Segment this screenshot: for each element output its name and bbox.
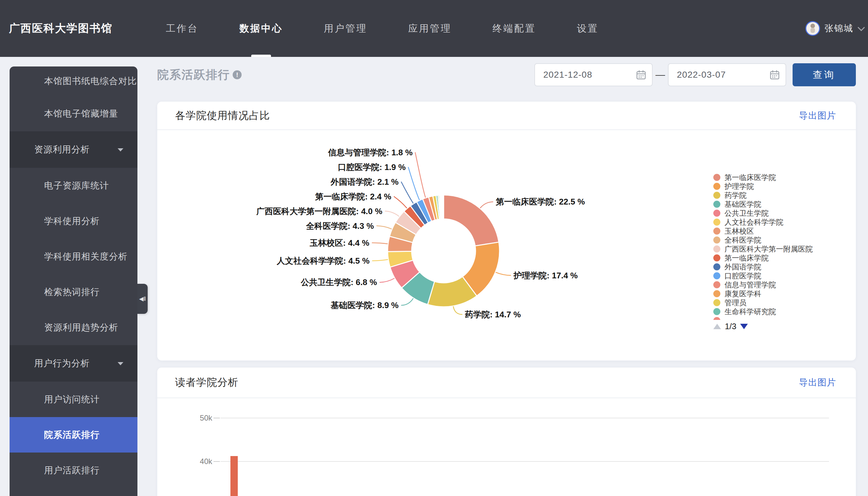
sidebar-item-用户活跃排行[interactable]: 用户活跃排行	[10, 452, 137, 488]
pie-label-药学院: 药学院: 14.7 %	[465, 310, 521, 319]
legend-item-生命科学研究院[interactable]: 生命科学研究院	[713, 307, 851, 316]
gridline-50k	[220, 418, 829, 418]
page-title: 院系活跃排行	[157, 67, 230, 83]
chart-legend: 第一临床医学院护理学院药学院基础医学院公共卫生学院人文社会科学学院玉林校区全科医…	[713, 173, 851, 320]
legend-color-dot	[713, 219, 720, 226]
legend-item-药学院[interactable]: 药学院	[713, 191, 851, 200]
ytick-label-40k: 40k	[187, 457, 212, 466]
legend-page-up-icon[interactable]	[713, 324, 721, 329]
pie-label-信息与管理学院: 信息与管理学院: 1.8 %	[328, 148, 413, 157]
pie-label-外国语学院: 外国语学院: 2.1 %	[330, 177, 399, 187]
sidebar-item-学科使用相关度分析[interactable]: 学科使用相关度分析	[10, 239, 137, 274]
pie-label-基础医学院: 基础医学院: 8.9 %	[330, 300, 399, 310]
user-menu[interactable]: 张锦城	[805, 21, 863, 36]
legend-color-dot	[713, 290, 720, 297]
legend-item-全科医学院[interactable]: 全科医学院	[713, 235, 851, 245]
legend-label: 人文社会科学学院	[725, 217, 783, 227]
legend-color-dot	[713, 174, 720, 181]
sidebar-item-用户行为分析[interactable]: 用户行为分析	[10, 345, 137, 382]
pie-slice-other[interactable]	[443, 195, 444, 219]
calendar-icon	[636, 70, 646, 80]
pie-label-口腔医学院: 口腔医学院: 1.9 %	[338, 162, 406, 172]
date-to-value: 2022-03-07	[677, 70, 770, 80]
label-line-基础医学院	[401, 298, 413, 305]
nav-item-数据中心[interactable]: 数据中心	[239, 0, 283, 57]
bar-series-item[interactable]	[230, 456, 238, 496]
nav-item-终端配置[interactable]: 终端配置	[493, 0, 536, 57]
legend-item-护理学院[interactable]: 护理学院	[713, 182, 851, 191]
sidebar-item-院系活跃排行[interactable]: 院系活跃排行	[10, 417, 137, 452]
export-image-link[interactable]: 导出图片	[799, 368, 836, 398]
chevron-down-icon	[858, 24, 865, 31]
nav-item-用户管理[interactable]: 用户管理	[324, 0, 367, 57]
legend-label: 康复医学科	[725, 289, 761, 299]
avatar-figure-icon	[806, 22, 819, 35]
legend-item-信息与管理学院[interactable]: 信息与管理学院	[713, 280, 851, 289]
legend-page-down-icon[interactable]	[740, 324, 748, 329]
legend-color-dot	[713, 254, 720, 261]
legend-color-dot	[713, 245, 720, 252]
reader-college-analysis-card: 读者学院分析 导出图片 50k40k	[157, 368, 856, 496]
gridline-40k	[220, 461, 829, 462]
legend-item-partial[interactable]	[713, 316, 851, 320]
pie-slice-第一临床医学院[interactable]	[444, 195, 499, 246]
sidebar-item-学科使用分析[interactable]: 学科使用分析	[10, 203, 137, 239]
legend-label: 护理学院	[725, 182, 754, 191]
sidebar-item-用户访问统计[interactable]: 用户访问统计	[10, 382, 137, 417]
card-title: 各学院使用情况占比	[175, 102, 270, 129]
label-line-信息与管理学院	[415, 152, 425, 198]
legend-item-人文社会科学学院[interactable]: 人文社会科学学院	[713, 218, 851, 227]
legend-item-第一临床学院[interactable]: 第一临床学院	[713, 253, 851, 262]
sidebar-item-电子资源库统计[interactable]: 电子资源库统计	[10, 168, 137, 203]
sidebar-item-本馆图书纸电综合对比[interactable]: 本馆图书纸电综合对比	[10, 66, 137, 96]
query-button[interactable]: 查询	[793, 63, 856, 86]
label-line-护理学院	[496, 272, 511, 276]
user-name: 张锦城	[824, 22, 853, 34]
legend-color-dot	[713, 236, 720, 244]
label-line-玉林校区	[372, 243, 388, 244]
legend-label: 第一临床医学院	[725, 173, 776, 183]
sidebar-collapse-handle[interactable]: ◀‖	[137, 284, 148, 314]
legend-color-dot	[713, 228, 720, 235]
legend-item-广西医科大学第一附属医院[interactable]: 广西医科大学第一附属医院	[713, 245, 851, 253]
bar-chart: 50k40k	[157, 398, 856, 496]
nav-item-设置[interactable]: 设置	[577, 0, 599, 57]
legend-item-第一临床医学院[interactable]: 第一临床医学院	[713, 173, 851, 182]
label-line-口腔医学院	[408, 167, 419, 200]
date-to-input[interactable]: 2022-03-07	[668, 63, 786, 86]
legend-label: 药学院	[725, 190, 747, 200]
sidebar-item-本馆电子馆藏增量[interactable]: 本馆电子馆藏增量	[10, 96, 137, 131]
export-image-link[interactable]: 导出图片	[799, 102, 836, 129]
user-avatar[interactable]	[805, 21, 820, 36]
legend-color-dot	[713, 210, 720, 217]
date-from-input[interactable]: 2021-12-08	[534, 63, 653, 86]
legend-label: 玉林校区	[725, 226, 754, 236]
info-icon[interactable]: !	[233, 70, 242, 79]
legend-item-管理员[interactable]: 管理员	[713, 298, 851, 307]
legend-item-康复医学科[interactable]: 康复医学科	[713, 289, 851, 298]
axis-tick	[214, 461, 220, 462]
legend-color-dot	[713, 192, 720, 199]
nav-item-工作台[interactable]: 工作台	[166, 0, 199, 57]
legend-item-基础医学院[interactable]: 基础医学院	[713, 200, 851, 209]
date-range-controls: 2021-12-08 — 2022-03-07	[534, 63, 856, 86]
sidebar-item-资源利用分析[interactable]: 资源利用分析	[10, 131, 137, 168]
legend-color-dot	[713, 317, 720, 320]
legend-color-dot	[713, 201, 720, 208]
legend-item-外国语学院[interactable]: 外国语学院	[713, 262, 851, 271]
legend-color-dot	[713, 272, 720, 279]
legend-item-玉林校区[interactable]: 玉林校区	[713, 227, 851, 235]
sidebar-item-资源利用趋势分析[interactable]: 资源利用趋势分析	[10, 310, 137, 345]
sidebar-item-检索热词排行[interactable]: 检索热词排行	[10, 274, 137, 310]
legend-item-口腔医学院[interactable]: 口腔医学院	[713, 271, 851, 280]
label-line-广西医科大学第一附属医院	[385, 211, 399, 217]
legend-item-公共卫生学院[interactable]: 公共卫生学院	[713, 209, 851, 218]
ytick-label-50k: 50k	[187, 413, 212, 423]
legend-label: 基础医学院	[725, 199, 761, 209]
pie-label-第一临床学院: 第一临床学院: 2.4 %	[315, 192, 391, 201]
legend-label: 全科医学院	[725, 235, 761, 245]
top-navigation-bar: 广西医科大学图书馆 工作台数据中心用户管理应用管理终端配置设置 张锦城	[0, 0, 868, 57]
label-line-全科医学院	[376, 226, 392, 229]
nav-item-应用管理[interactable]: 应用管理	[408, 0, 452, 57]
legend-label: 外国语学院	[725, 262, 761, 272]
